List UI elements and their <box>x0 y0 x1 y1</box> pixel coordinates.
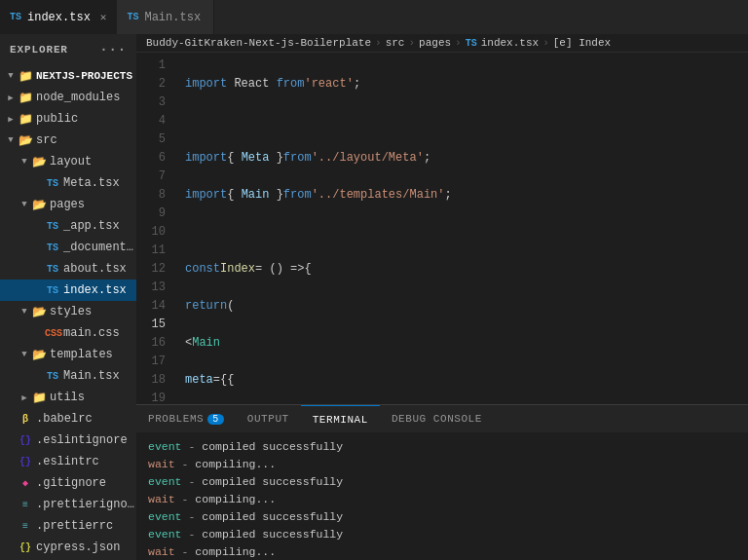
code-line-4: import { Main } from '../templates/Main'… <box>185 186 748 205</box>
terminal-label: TERMINAL <box>313 414 368 426</box>
tab-close-index[interactable]: ✕ <box>100 11 107 23</box>
tree-item-cypress-json[interactable]: {} cypress.json <box>0 537 136 558</box>
folder-icon: 📁 <box>31 391 47 405</box>
tree-item-gitignore[interactable]: ◆ .gitignore <box>0 472 136 494</box>
prettier-file-icon: ≡ <box>18 500 33 510</box>
panel-tab-output[interactable]: OUTPUT <box>236 405 301 432</box>
tabs-bar: TS index.tsx ✕ TS Main.tsx <box>0 0 748 34</box>
label: _document.tsx <box>63 241 136 254</box>
breadcrumb-root: Buddy-GitKraken-Next-js-Boilerplate <box>146 37 371 49</box>
code-line-8: <Main <box>185 334 748 353</box>
tree-item-eslintrc[interactable]: {} .eslintrc <box>0 451 136 472</box>
panel-tab-terminal[interactable]: TERMINAL <box>301 405 380 432</box>
ts-file-icon: TS <box>45 285 60 296</box>
folder-icon: 📂 <box>31 305 47 319</box>
sidebar-tree: ▼ 📁 NEXTJS-PROJECTS ▶ 📁 node_modules ▶ 📁 <box>0 65 136 560</box>
tree-item-eslintignore[interactable]: {} .eslintignore <box>0 429 136 451</box>
label: styles <box>50 305 92 318</box>
label: layout <box>50 155 92 168</box>
tree-item-utils[interactable]: ▶ 📁 utils <box>0 387 136 408</box>
breadcrumb: Buddy-GitKraken-Next-js-Boilerplate › sr… <box>136 34 748 53</box>
sep2: › <box>408 37 415 49</box>
label: .gitignore <box>36 476 106 490</box>
tree-item-node-modules[interactable]: ▶ 📁 node_modules <box>0 87 136 108</box>
tree-root[interactable]: ▼ 📁 NEXTJS-PROJECTS <box>0 65 136 87</box>
ts-badge-main: TS <box>127 12 138 22</box>
tree-item-app-tsx[interactable]: TS _app.tsx <box>0 215 136 237</box>
ln-16: 16 <box>146 334 166 353</box>
folder-icon: 📂 <box>31 198 47 212</box>
ln-12: 12 <box>146 260 166 279</box>
breadcrumb-ts: TS <box>466 38 477 49</box>
debug-label: DEBUG CONSOLE <box>392 413 482 425</box>
ts-file-icon: TS <box>45 264 60 275</box>
panel-tab-problems[interactable]: PROBLEMS 5 <box>136 405 236 432</box>
eslint-file-icon: {} <box>18 435 33 446</box>
folder-icon: 📁 <box>18 69 33 84</box>
arrow: ▶ <box>4 93 18 103</box>
ellipsis-icon[interactable]: ··· <box>99 42 127 57</box>
label: src <box>36 133 57 147</box>
ln-4: 4 <box>146 112 166 131</box>
main-area: EXPLORER ··· ▼ 📁 NEXTJS-PROJECTS ▶ 📁 <box>0 34 748 560</box>
tree-item-babelrc[interactable]: β .babelrc <box>0 408 136 429</box>
arrow: ▼ <box>18 350 31 359</box>
code-line-7: return ( <box>185 297 748 316</box>
tree-item-about-tsx[interactable]: TS about.tsx <box>0 258 136 280</box>
tab-main-tsx[interactable]: TS Main.tsx <box>117 0 214 34</box>
terminal-line-5: event - compiled successfully <box>148 508 736 526</box>
tree-item-public[interactable]: ▶ 📁 public <box>0 108 136 130</box>
code-editor[interactable]: 1 2 3 4 5 6 7 8 9 10 11 12 13 14 <box>136 53 748 404</box>
code-line-6: const Index = () => { <box>185 260 748 279</box>
ln-13: 13 <box>146 279 166 297</box>
ln-9: 9 <box>146 205 166 223</box>
prettier-file-icon: ≡ <box>18 521 33 532</box>
label: .eslintrc <box>36 455 99 468</box>
tree-item-index-tsx[interactable]: TS index.tsx <box>0 280 136 301</box>
line-numbers: 1 2 3 4 5 6 7 8 9 10 11 12 13 14 <box>136 53 175 404</box>
tree-item-meta-tsx[interactable]: TS Meta.tsx <box>0 172 136 194</box>
label: node_modules <box>36 91 120 104</box>
eslint-file-icon: {} <box>18 457 33 467</box>
explorer-label: EXPLORER <box>10 44 68 56</box>
babel-file-icon: β <box>18 414 33 425</box>
ln-15: 15 <box>146 316 166 334</box>
arrow: ▼ <box>18 200 31 209</box>
label: cypress.json <box>36 541 120 554</box>
code-line-2 <box>185 112 748 131</box>
problems-label: PROBLEMS <box>148 413 204 425</box>
folder-icon: 📂 <box>18 133 33 148</box>
label: Main.tsx <box>63 369 120 383</box>
label: main.css <box>63 326 120 340</box>
ln-6: 6 <box>146 149 166 168</box>
tree-item-src[interactable]: ▼ 📂 src <box>0 130 136 151</box>
panel-tab-debug[interactable]: DEBUG CONSOLE <box>380 405 494 432</box>
arrow: ▼ <box>18 157 31 167</box>
label: utils <box>50 391 85 404</box>
tree-item-pages[interactable]: ▼ 📂 pages <box>0 194 136 215</box>
arrow: ▶ <box>4 114 18 125</box>
terminal-content[interactable]: event - compiled successfully wait - com… <box>136 432 748 560</box>
tab-index-tsx[interactable]: TS index.tsx ✕ <box>0 0 117 34</box>
terminal-line-1: event - compiled successfully <box>148 438 736 456</box>
label: .eslintignore <box>36 433 128 447</box>
ln-14: 14 <box>146 297 166 316</box>
tree-item-prettierrc[interactable]: ≡ .prettierrc <box>0 515 136 537</box>
tree-item-document-tsx[interactable]: TS _document.tsx <box>0 237 136 258</box>
folder-icon: 📁 <box>18 112 33 127</box>
tree-item-templates[interactable]: ▼ 📂 templates <box>0 344 136 365</box>
tree-item-prettierignore[interactable]: ≡ .prettierignore <box>0 494 136 515</box>
ln-19: 19 <box>146 390 166 404</box>
label: .babelrc <box>36 412 93 426</box>
ts-file-icon: TS <box>45 178 60 189</box>
tree-item-layout[interactable]: ▼ 📂 layout <box>0 151 136 172</box>
arrow: ▶ <box>18 392 31 403</box>
tree-item-main-css[interactable]: CSS main.css <box>0 322 136 344</box>
sep4: › <box>542 37 549 49</box>
arrow: ▼ <box>18 307 31 317</box>
tree-item-styles[interactable]: ▼ 📂 styles <box>0 301 136 322</box>
tree-item-main-tsx[interactable]: TS Main.tsx <box>0 365 136 387</box>
ln-8: 8 <box>146 186 166 205</box>
ts-file-icon: TS <box>45 221 60 232</box>
terminal-line-2: wait - compiling... <box>148 456 736 473</box>
